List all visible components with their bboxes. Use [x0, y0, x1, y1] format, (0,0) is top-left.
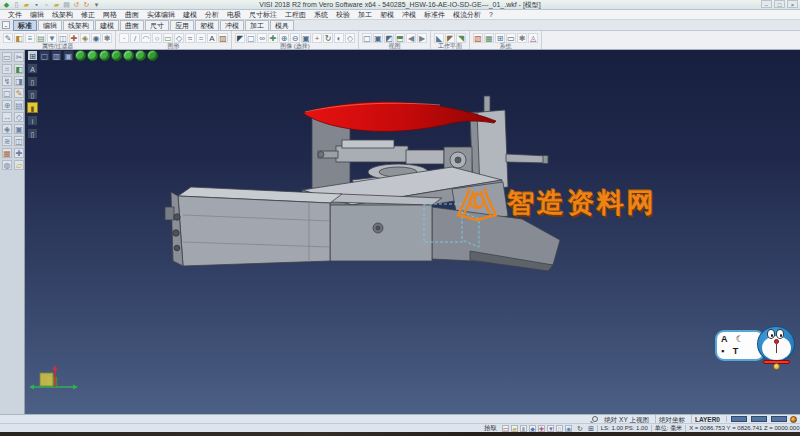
- sidebar-tool-project[interactable]: ◈: [2, 124, 12, 134]
- doc-icon[interactable]: ▯: [556, 425, 563, 432]
- cursor-icon[interactable]: ◤: [235, 33, 245, 43]
- sidebar-tool-select[interactable]: ▭: [2, 52, 12, 62]
- workplane-xy-icon[interactable]: ◣: [434, 33, 444, 43]
- sidebar-tool-view[interactable]: ▣: [14, 124, 24, 134]
- workplane-align-icon[interactable]: ◤: [445, 33, 455, 43]
- sidebar-tool-add[interactable]: ⊕: [2, 100, 12, 110]
- view-front-icon[interactable]: ▢: [362, 33, 372, 43]
- maximize-button[interactable]: □: [774, 0, 785, 8]
- pan-icon[interactable]: +: [312, 33, 322, 43]
- menu-mesh[interactable]: 网格: [99, 10, 121, 20]
- capture-icon[interactable]: ▦: [484, 33, 494, 43]
- sidebar-tool-half[interactable]: ◨: [14, 76, 24, 86]
- tab-standard[interactable]: 标准: [13, 20, 37, 31]
- polygon-icon[interactable]: ◇: [174, 33, 184, 43]
- menu-surface[interactable]: 曲面: [121, 10, 143, 20]
- snap-icon[interactable]: ✚: [538, 425, 545, 432]
- macro-icon[interactable]: ◬: [528, 33, 538, 43]
- menu-die[interactable]: 冲模: [398, 10, 420, 20]
- view-fit-icon[interactable]: ⬒: [395, 33, 405, 43]
- view-mode-icon-3[interactable]: ▣: [63, 50, 74, 61]
- view-next-icon[interactable]: ▶: [417, 33, 427, 43]
- line-type-icon[interactable]: ≡: [25, 33, 35, 43]
- sidebar-tool-measure[interactable]: ≋: [2, 136, 12, 146]
- brush-select-icon[interactable]: ✚: [268, 33, 278, 43]
- monitor-icon[interactable]: ▭: [506, 33, 516, 43]
- print-icon[interactable]: ▤: [62, 1, 71, 9]
- marker-icon[interactable]: ▮: [520, 425, 527, 432]
- layer-color-swatch-2[interactable]: [751, 416, 767, 422]
- sidebar-tool-mesh[interactable]: ▦: [2, 148, 12, 158]
- annotation-icon[interactable]: A: [27, 63, 38, 74]
- cad-part-motor-body[interactable]: [165, 187, 342, 266]
- spline-icon[interactable]: ≈: [185, 33, 195, 43]
- rectangle-icon[interactable]: ▭: [163, 33, 173, 43]
- menu-help[interactable]: ?: [485, 10, 497, 20]
- tools-icon[interactable]: ✱: [517, 33, 527, 43]
- menu-edit[interactable]: 编辑: [26, 10, 48, 20]
- menu-machining[interactable]: 加工: [354, 10, 376, 20]
- view-mode-icon-1[interactable]: ▢: [39, 50, 50, 61]
- shaded-icon[interactable]: ◐: [334, 33, 344, 43]
- shaded-sphere-icon-4[interactable]: [111, 50, 122, 61]
- circle-icon[interactable]: ○: [152, 33, 162, 43]
- menu-system[interactable]: 系统: [310, 10, 332, 20]
- selection-filter-icon[interactable]: ◫: [58, 33, 68, 43]
- view-iso-icon[interactable]: ◩: [384, 33, 394, 43]
- layer-color-swatch-1[interactable]: [731, 416, 747, 422]
- match-properties-icon[interactable]: ✚: [69, 33, 79, 43]
- globe-icon[interactable]: [790, 416, 797, 423]
- color-icon[interactable]: ◧: [14, 33, 24, 43]
- tab-wireframe[interactable]: 线架构: [63, 20, 94, 31]
- toolbar-collapse-button[interactable]: -: [2, 21, 10, 29]
- calculator-icon[interactable]: ⊞: [495, 33, 505, 43]
- offset-icon[interactable]: =: [196, 33, 206, 43]
- arc-icon[interactable]: ◠: [141, 33, 151, 43]
- menu-dimension[interactable]: 尺寸标注: [245, 10, 281, 20]
- flag-icon[interactable]: ▭: [502, 425, 509, 432]
- orbit-icon[interactable]: ↻: [323, 33, 333, 43]
- sidebar-tool-plane[interactable]: ▱: [14, 160, 24, 170]
- line-icon[interactable]: /: [130, 33, 140, 43]
- shaded-sphere-icon-7[interactable]: [147, 50, 158, 61]
- open-file-icon[interactable]: ▰: [22, 1, 31, 9]
- wireframe-view-icon[interactable]: ◇: [345, 33, 355, 43]
- sidebar-tool-box[interactable]: ▢: [2, 88, 12, 98]
- layer-color-swatch-3[interactable]: [771, 416, 787, 422]
- info-icon[interactable]: i: [27, 115, 38, 126]
- tab-mold[interactable]: 塑模: [195, 20, 219, 31]
- menu-analysis[interactable]: 分析: [201, 10, 223, 20]
- menu-verify[interactable]: 校验: [332, 10, 354, 20]
- point-icon[interactable]: ·: [119, 33, 129, 43]
- view-top-icon[interactable]: ▣: [373, 33, 383, 43]
- snap-point-icon[interactable]: ◆: [529, 425, 536, 432]
- menu-modify[interactable]: 修正: [77, 10, 99, 20]
- tab-application[interactable]: 应用: [170, 20, 194, 31]
- shaded-sphere-icon-6[interactable]: [135, 50, 146, 61]
- close-button[interactable]: ×: [787, 0, 798, 8]
- shaded-sphere-icon-3[interactable]: [99, 50, 110, 61]
- tab-modeling[interactable]: 建模: [95, 20, 119, 31]
- sidebar-tool-fill[interactable]: ◧: [14, 64, 24, 74]
- sidebar-tool-shade[interactable]: ◍: [2, 160, 12, 170]
- sidebar-tool-diamond[interactable]: ◇: [14, 112, 24, 122]
- menu-mold[interactable]: 塑模: [376, 10, 398, 20]
- tab-tooling[interactable]: 模具: [270, 20, 294, 31]
- cad-part-rod[interactable]: [506, 154, 548, 164]
- workplane-new-icon[interactable]: ◥: [456, 33, 466, 43]
- zoom-in-icon[interactable]: ⊕: [279, 33, 289, 43]
- menu-solid-edit[interactable]: 实体编辑: [143, 10, 179, 20]
- menu-electrode[interactable]: 电极: [223, 10, 245, 20]
- menu-modeling[interactable]: 建模: [179, 10, 201, 20]
- menu-drawing[interactable]: 工程图: [281, 10, 310, 20]
- grid-toggle-icon[interactable]: ⊞: [27, 50, 38, 61]
- menu-wireframe[interactable]: 线架构: [48, 10, 77, 20]
- hatch-icon[interactable]: ▨: [218, 33, 228, 43]
- tab-edit[interactable]: 编辑: [38, 20, 62, 31]
- sidebar-tool-trim[interactable]: ✂: [14, 52, 24, 62]
- properties-icon[interactable]: ✎: [3, 33, 13, 43]
- view-prev-icon[interactable]: ◀: [406, 33, 416, 43]
- doc-view-icon-2[interactable]: ▯: [27, 89, 38, 100]
- tab-machining[interactable]: 加工: [245, 20, 269, 31]
- undo-icon[interactable]: ↺: [72, 1, 81, 9]
